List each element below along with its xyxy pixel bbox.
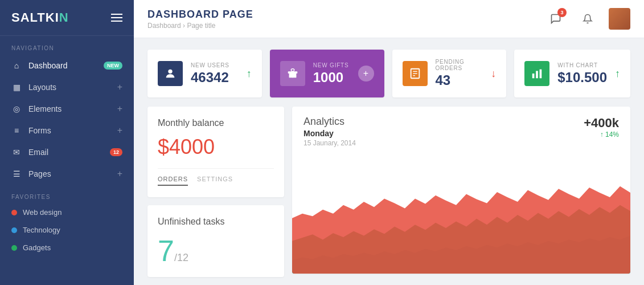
plus-icon: +: [117, 82, 122, 92]
hamburger-button[interactable]: [111, 14, 122, 22]
stat-card-with-chart: WITH CHART $10.500 ↑: [514, 50, 630, 97]
left-panel: Monthly balance $4000 ORDERS SETTINGS Un…: [147, 107, 284, 274]
gift-icon: [286, 67, 299, 80]
sidebar-item-layouts[interactable]: ▦ Layouts +: [0, 76, 134, 98]
analytics-title: Analytics: [303, 116, 356, 128]
new-gifts-icon-box: [280, 61, 305, 86]
fav-dot: [11, 245, 17, 251]
new-users-arrow: ↑: [247, 68, 252, 80]
sidebar-item-email[interactable]: ✉ Email 12: [0, 141, 134, 163]
header-left: DASHBOARD PAGE Dashboard › Page title: [147, 9, 253, 30]
nav-section-label: NAVIGATION: [0, 36, 134, 55]
sidebar-item-label: Email: [28, 148, 48, 157]
tasks-count: 7 /12: [158, 236, 274, 266]
fav-item-gadgets[interactable]: Gadgets: [0, 239, 134, 256]
email-icon: ✉: [11, 147, 22, 157]
balance-tab-settings[interactable]: SETTINGS: [197, 176, 233, 186]
notification-button[interactable]: [577, 8, 598, 30]
analytics-pct: ↑ 14%: [584, 131, 619, 139]
avatar-image: [609, 8, 630, 30]
page-title: DASHBOARD PAGE: [147, 9, 253, 21]
fav-item-webdesign[interactable]: Web design: [0, 203, 134, 221]
favorites-section-label: FAVORITES: [0, 185, 134, 203]
new-gifts-label: NEW GIFTS: [313, 62, 350, 68]
sidebar-item-label: Elements: [28, 104, 61, 113]
new-gifts-action[interactable]: +: [358, 66, 374, 82]
analytics-card: Analytics Monday 15 Jaunary, 2014 +400k …: [292, 107, 630, 274]
new-badge: NEW: [104, 62, 122, 70]
breadcrumb-home[interactable]: Dashboard: [147, 22, 181, 30]
svg-rect-8: [536, 71, 538, 78]
balance-tabs: ORDERS SETTINGS: [158, 168, 274, 186]
with-chart-info: WITH CHART $10.500: [557, 62, 607, 85]
pending-orders-arrow: ↓: [491, 68, 496, 80]
main-area: DASHBOARD PAGE Dashboard › Page title 3: [134, 0, 644, 285]
chart-area: [292, 156, 630, 274]
new-users-icon-box: [158, 61, 183, 86]
fav-label: Technology: [23, 226, 60, 234]
sidebar-item-label: Pages: [28, 169, 51, 178]
with-chart-label: WITH CHART: [557, 62, 607, 68]
fav-dot: [11, 227, 17, 233]
home-icon: ⌂: [11, 60, 22, 71]
analytics-day: Monday: [303, 129, 356, 138]
tasks-title: Unfinished tasks: [158, 217, 274, 227]
tasks-number: 7: [158, 236, 174, 266]
plus-icon: +: [117, 169, 122, 179]
fav-item-technology[interactable]: Technology: [0, 221, 134, 239]
analytics-info: Analytics Monday 15 Jaunary, 2014: [303, 116, 356, 147]
chat-badge: 3: [557, 8, 567, 17]
balance-title: Monthly balance: [158, 118, 274, 128]
with-chart-arrow: ↑: [615, 68, 620, 80]
analytics-chart: [292, 156, 630, 274]
stat-card-new-gifts: NEW GIFTS 1000 +: [270, 50, 384, 97]
sidebar-item-label: Layouts: [28, 83, 56, 92]
chat-button[interactable]: 3: [545, 8, 567, 30]
pending-orders-info: PENDING ORDERS 43: [436, 59, 483, 88]
new-gifts-info: NEW GIFTS 1000: [313, 62, 350, 85]
elements-icon: ◎: [11, 104, 22, 114]
breadcrumb-current: Page title: [187, 22, 215, 30]
fav-dot: [11, 210, 17, 215]
analytics-date: 15 Jaunary, 2014: [303, 139, 356, 147]
with-chart-icon-box: [524, 61, 549, 86]
analytics-stats: +400k ↑ 14%: [584, 116, 619, 139]
fav-label: Gadgets: [23, 243, 51, 252]
avatar[interactable]: [609, 8, 630, 30]
header: DASHBOARD PAGE Dashboard › Page title 3: [134, 0, 644, 38]
breadcrumb: Dashboard › Page title: [147, 22, 253, 30]
sidebar-item-forms[interactable]: ≡ Forms +: [0, 120, 134, 141]
layouts-icon: ▦: [11, 82, 22, 92]
lower-row: Monthly balance $4000 ORDERS SETTINGS Un…: [147, 107, 630, 274]
sidebar: SALTKIN NAVIGATION ⌂ Dashboard NEW ▦ Lay…: [0, 0, 134, 285]
header-right: 3: [545, 8, 630, 30]
sidebar-logo-area: SALTKIN: [0, 0, 134, 36]
chart-icon: [531, 67, 543, 80]
pending-orders-icon-box: [403, 61, 428, 86]
sidebar-item-elements[interactable]: ◎ Elements +: [0, 98, 134, 120]
analytics-header: Analytics Monday 15 Jaunary, 2014 +400k …: [292, 107, 630, 156]
user-icon: [164, 67, 177, 80]
new-users-info: NEW USERS 46342: [191, 62, 239, 85]
with-chart-value: $10.500: [557, 70, 607, 85]
new-users-value: 46342: [191, 70, 239, 85]
tasks-card: Unfinished tasks 7 /12: [147, 205, 284, 277]
plus-icon: +: [117, 104, 122, 114]
balance-card: Monthly balance $4000 ORDERS SETTINGS: [147, 107, 284, 197]
logo-accent: N: [59, 10, 69, 25]
sidebar-item-pages[interactable]: ☰ Pages +: [0, 163, 134, 185]
sidebar-item-dashboard[interactable]: ⌂ Dashboard NEW: [0, 55, 134, 76]
pages-icon: ☰: [11, 169, 22, 179]
svg-point-0: [168, 70, 172, 74]
balance-tab-orders[interactable]: ORDERS: [158, 176, 188, 186]
balance-amount: $4000: [158, 135, 274, 159]
tasks-total: /12: [174, 252, 188, 264]
email-badge: 12: [110, 148, 122, 156]
plus-icon: +: [117, 125, 122, 136]
stat-card-pending-orders: PENDING ORDERS 43 ↓: [392, 50, 507, 97]
new-gifts-value: 1000: [313, 70, 350, 85]
new-users-label: NEW USERS: [191, 62, 239, 68]
svg-rect-9: [540, 70, 542, 79]
pending-orders-label: PENDING ORDERS: [436, 59, 483, 71]
logo: SALTKIN: [11, 10, 69, 25]
